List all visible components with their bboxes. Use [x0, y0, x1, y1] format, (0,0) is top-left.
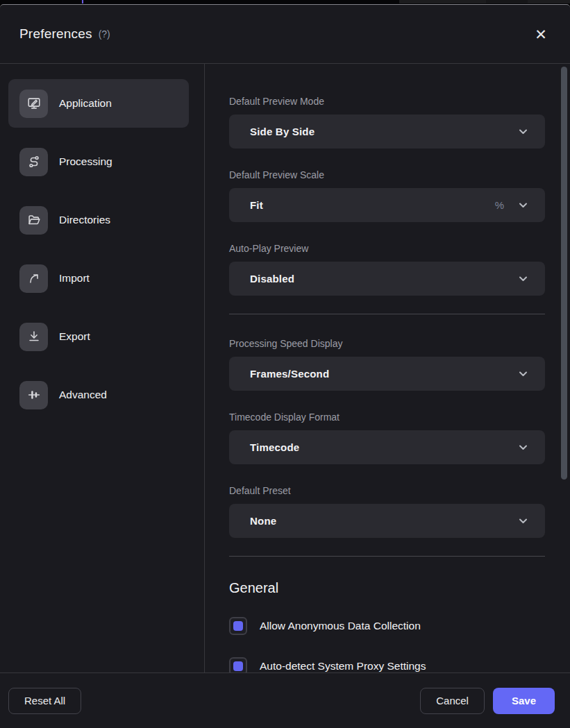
background-texture — [399, 0, 570, 3]
section-divider — [229, 314, 545, 314]
default-preview-mode-dropdown[interactable]: Side By Side — [229, 115, 545, 149]
sidebar-item-label: Directories — [59, 214, 110, 226]
field-label: Default Preview Mode — [229, 96, 545, 107]
chevron-down-icon — [517, 514, 530, 527]
checkbox[interactable] — [229, 657, 247, 672]
dialog-title: Preferences — [19, 26, 92, 42]
percent-unit-label: % — [495, 199, 504, 211]
sidebar-item-label: Import — [59, 272, 90, 285]
sidebar-item-label: Advanced — [59, 389, 107, 401]
field-default-preview-scale: Default Preview Scale Fit % — [229, 169, 545, 222]
dropdown-value: Frames/Second — [250, 368, 329, 380]
sidebar-item-application[interactable]: Application — [8, 79, 189, 128]
chevron-down-icon — [517, 441, 530, 454]
sidebar-item-advanced[interactable]: Advanced — [8, 371, 189, 419]
dropdown-value: Disabled — [250, 273, 294, 285]
sidebar-item-label: Processing — [59, 155, 112, 168]
dialog-body: Application Processing — [0, 64, 570, 672]
default-preset-dropdown[interactable]: None — [229, 504, 545, 538]
processing-speed-display-dropdown[interactable]: Frames/Second — [229, 357, 545, 391]
sidebar-item-directories[interactable]: Directories — [8, 196, 189, 244]
chevron-down-icon — [517, 125, 530, 138]
dialog-header: Preferences (?) ✕ — [0, 5, 570, 64]
default-preview-scale-dropdown[interactable]: Fit % — [229, 188, 545, 222]
dropdown-value: Side By Side — [250, 126, 315, 137]
preferences-dialog: Preferences (?) ✕ Application — [0, 4, 570, 728]
checkbox[interactable] — [229, 617, 247, 635]
background-playhead-marker — [82, 0, 83, 3]
sidebar-item-label: Export — [59, 330, 90, 343]
field-default-preset: Default Preset None — [229, 485, 545, 538]
chevron-down-icon — [517, 198, 530, 212]
help-link[interactable]: (?) — [99, 28, 110, 40]
field-label: Default Preset — [229, 485, 545, 496]
sidebar-item-export[interactable]: Export — [8, 312, 189, 361]
checkbox-label: Allow Anonymous Data Collection — [260, 620, 421, 632]
auto-play-preview-dropdown[interactable]: Disabled — [229, 262, 545, 296]
dropdown-value: Timecode — [250, 441, 299, 453]
timecode-display-format-dropdown[interactable]: Timecode — [229, 430, 545, 464]
monitor-edit-icon — [19, 90, 48, 118]
checkbox-row-system-proxy[interactable]: Auto-detect System Proxy Settings — [229, 657, 545, 672]
field-auto-play-preview: Auto-Play Preview Disabled — [229, 243, 545, 296]
field-timecode-display-format: Timecode Display Format Timecode — [229, 412, 545, 464]
download-icon — [19, 323, 48, 351]
field-label: Timecode Display Format — [229, 412, 545, 423]
sidebar-item-processing[interactable]: Processing — [8, 137, 189, 186]
reset-all-button[interactable]: Reset All — [8, 688, 81, 714]
field-label: Processing Speed Display — [229, 338, 545, 349]
checkbox-row-anonymous-data[interactable]: Allow Anonymous Data Collection — [229, 617, 545, 635]
dropdown-value: Fit — [250, 199, 263, 211]
cancel-button[interactable]: Cancel — [420, 688, 485, 714]
route-icon — [19, 148, 48, 176]
field-label: Auto-Play Preview — [229, 243, 545, 254]
field-processing-speed-display: Processing Speed Display Frames/Second — [229, 338, 545, 391]
folder-open-icon — [19, 206, 48, 235]
checkbox-label: Auto-detect System Proxy Settings — [260, 660, 426, 672]
arrow-curve-up-right-icon — [19, 264, 48, 293]
preferences-content: Default Preview Mode Side By Side Defaul… — [205, 64, 570, 672]
field-label: Default Preview Scale — [229, 169, 545, 180]
vertical-scrollbar[interactable] — [561, 67, 567, 480]
background-texture — [486, 0, 528, 3]
dropdown-value: None — [250, 515, 276, 527]
chevron-down-icon — [517, 367, 530, 380]
preferences-sidebar: Application Processing — [0, 64, 205, 672]
close-icon[interactable]: ✕ — [531, 24, 551, 44]
general-section-heading: General — [229, 580, 545, 596]
sliders-icon — [19, 381, 48, 409]
chevron-down-icon — [517, 272, 530, 285]
save-button[interactable]: Save — [493, 688, 555, 714]
field-default-preview-mode: Default Preview Mode Side By Side — [229, 96, 545, 149]
sidebar-item-import[interactable]: Import — [8, 254, 189, 303]
sidebar-item-label: Application — [59, 97, 112, 110]
section-divider — [229, 556, 545, 557]
dialog-footer: Reset All Cancel Save — [0, 672, 570, 728]
